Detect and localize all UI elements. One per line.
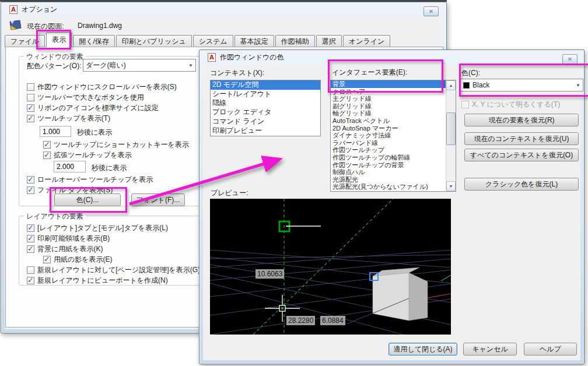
- checkbox-extended-tooltips[interactable]: 拡張ツールチップを表示: [43, 150, 132, 160]
- checkbox-large-toolbar-buttons[interactable]: ツールバーで大きなボタンを使用: [27, 93, 144, 103]
- tooltip-delay-input[interactable]: [40, 126, 71, 137]
- preview-drawing: [210, 199, 451, 335]
- interface-elements-label: インタフェース要素(E):: [332, 68, 407, 78]
- checkbox-icon: [43, 152, 51, 159]
- colors-button[interactable]: 色(C)...: [54, 193, 121, 206]
- checkbox-display-scrollbars[interactable]: 作図ウィンドウにスクロール バーを表示(S): [27, 82, 177, 92]
- list-item[interactable]: 隠線: [211, 98, 320, 108]
- checkbox-rollover-tooltips[interactable]: ロールオーバー ツールチップを表示: [27, 175, 153, 185]
- preview-canvas: 10.6063 28.2280 6.0884: [210, 199, 451, 335]
- interface-list-scrollbar[interactable]: ▲ ▼: [446, 80, 456, 191]
- screenshot-root: A オプション ✕ 現在の図面: Drawing1.dwg ファイル 表示 開く…: [0, 0, 588, 366]
- context-list[interactable]: 2D モデル空間 シート/レイアウト 隠線 ブロック エディタ コマンド ライン…: [210, 80, 321, 136]
- color-select[interactable]: Black ▼: [460, 79, 583, 92]
- checkbox-tint-xy: X, Y について明るくする(T): [461, 100, 560, 110]
- dynamic-dim-tooltip: 10.6063: [256, 269, 284, 279]
- list-item[interactable]: ダイナミック寸法線: [331, 132, 446, 139]
- checkbox-tooltip-shortcut-keys[interactable]: ツールチップにショートカットキーを表示: [43, 140, 189, 150]
- list-item[interactable]: コマンド ライン: [211, 117, 320, 126]
- list-item[interactable]: 作図ツールチップ: [331, 146, 446, 154]
- restore-classic-colors-button[interactable]: クラシック色を復元(L): [464, 178, 579, 191]
- fonts-button[interactable]: フォント(F)...: [131, 193, 185, 206]
- autocad-logo-icon: A: [208, 53, 216, 62]
- checkbox-layout-model-tabs[interactable]: [レイアウト]タブと[モデル]タブを表示(L): [27, 223, 168, 233]
- tab-selection[interactable]: 選択: [316, 35, 342, 47]
- list-item[interactable]: 主グリッド線: [331, 95, 446, 103]
- scroll-up-icon[interactable]: ▲: [446, 80, 456, 90]
- tab-plot-publish[interactable]: 印刷とパブリッシュ: [116, 35, 192, 47]
- tab-system[interactable]: システム: [193, 35, 233, 47]
- checkbox-show-tooltips[interactable]: ツールチップを表示(T): [27, 114, 110, 124]
- list-item[interactable]: 作図ツールチップの輪郭線: [331, 154, 446, 161]
- help-button[interactable]: ヘルプ: [524, 343, 577, 356]
- grid-axis-diagonal-green: [253, 199, 396, 335]
- close-icon[interactable]: ✕: [562, 54, 578, 64]
- list-item[interactable]: 光源配光(見つからないファイル): [331, 183, 446, 191]
- tab-file[interactable]: ファイル: [5, 35, 45, 47]
- interface-elements-list[interactable]: 背景 クロスヘア 主グリッド線 副グリッド線 軸グリッド線 AutoTrack …: [330, 80, 456, 192]
- list-item[interactable]: 光源配光: [331, 176, 446, 184]
- checkbox-icon: [27, 176, 34, 184]
- tab-online[interactable]: オンライン: [343, 35, 390, 47]
- layout-elements-group-title: レイアウトの要素: [24, 212, 86, 221]
- list-item[interactable]: 作図ツールチップの背景: [331, 161, 446, 169]
- list-item[interactable]: クロスヘア: [331, 88, 446, 96]
- tab-drafting[interactable]: 作図補助: [275, 35, 315, 47]
- color-scheme-label: 配色パターン(O):: [27, 61, 82, 71]
- checkbox-create-viewport[interactable]: 新規レイアウトにビューポートを作成(N): [27, 276, 168, 286]
- list-item[interactable]: 2D モデル空間: [211, 80, 320, 90]
- scrollbar-thumb[interactable]: [446, 112, 456, 145]
- drawing-window-colors-dialog: A 作図ウィンドウの色 ✕ コンテキスト(X): 2D モデル空間 シート/レイ…: [199, 50, 584, 364]
- checkbox-icon: [27, 266, 34, 274]
- tooltip-delay-suffix: 秒後に表示: [77, 128, 112, 138]
- colors-dialog-titlebar[interactable]: A 作図ウィンドウの色: [200, 50, 584, 64]
- list-item[interactable]: ブロック エディタ: [211, 108, 320, 117]
- options-dialog-title: オプション: [22, 5, 57, 15]
- color-scheme-select[interactable]: ダーク(暗い) ▼: [83, 59, 196, 72]
- checkbox-icon: [27, 83, 34, 91]
- current-drawing-value: Drawing1.dwg: [78, 22, 122, 30]
- checkbox-paper-shadow[interactable]: 用紙の影を表示(E): [43, 255, 113, 265]
- extended-tooltip-delay-suffix: 秒後に表示: [92, 163, 127, 173]
- current-drawing-label: 現在の図面:: [27, 22, 64, 31]
- restore-context-button[interactable]: 現在のコンテキストを復元(U): [464, 132, 579, 145]
- list-item[interactable]: 制御点ハル: [331, 168, 446, 176]
- window-elements-group-title: ウィンドウの要素: [24, 52, 86, 62]
- cancel-button[interactable]: キャンセル: [463, 343, 517, 356]
- list-item[interactable]: 2D AutoSnap マーカー: [331, 125, 446, 132]
- close-icon[interactable]: ✕: [424, 6, 439, 16]
- extended-tooltip-delay-input[interactable]: [54, 161, 86, 173]
- preview-label: プレビュー:: [211, 188, 248, 198]
- restore-element-button[interactable]: 現在の要素を復元(R): [464, 114, 579, 126]
- chevron-down-icon: ▼: [576, 83, 580, 88]
- axis-red-line: [428, 294, 451, 298]
- chevron-down-icon: ▼: [188, 63, 193, 68]
- checkbox-printable-area[interactable]: 印刷可能領域を表示(B): [27, 234, 110, 244]
- list-item[interactable]: 印刷プレビュー: [211, 126, 320, 136]
- options-tab-strip: ファイル 表示 開く/保存 印刷とパブリッシュ システム 基本設定 作図補助 選…: [5, 32, 391, 47]
- checkbox-ribbon-icon-size[interactable]: リボンのアイコンを標準サイズに設定: [27, 103, 159, 113]
- scroll-down-icon[interactable]: ▼: [446, 181, 456, 191]
- tab-user-preferences[interactable]: 基本設定: [235, 35, 274, 47]
- list-item[interactable]: 副グリッド線: [331, 103, 446, 110]
- list-item[interactable]: 軸グリッド線: [331, 110, 446, 117]
- checkbox-icon: [27, 115, 34, 122]
- tab-display[interactable]: 表示: [46, 32, 72, 47]
- drawing-file-icon: [9, 20, 22, 30]
- checkbox-icon: [27, 94, 34, 101]
- list-item[interactable]: シート/レイアウト: [211, 90, 320, 99]
- checkbox-paper-background[interactable]: 背景に用紙を表示(K): [27, 244, 103, 254]
- color-swatch: [463, 82, 470, 89]
- apply-close-button[interactable]: 適用して閉じる(A): [388, 343, 457, 356]
- list-item[interactable]: ラバーバンド線: [331, 139, 446, 147]
- dynamic-dim-tooltip: 28.2280: [286, 316, 315, 325]
- tab-open-save[interactable]: 開く/保存: [73, 35, 115, 47]
- checkbox-page-setup-manager[interactable]: 新規レイアウトに対して[ページ設定管理]を表示(G): [27, 265, 200, 275]
- dynamic-dim-tooltip: 6.0884: [320, 316, 345, 325]
- restore-all-contexts-button[interactable]: すべてのコンテキストを復元(O): [464, 149, 579, 161]
- checkbox-icon: [27, 277, 34, 284]
- checkbox-icon: [461, 101, 469, 108]
- list-item[interactable]: AutoTrack ベクトル: [331, 117, 446, 125]
- options-titlebar[interactable]: A オプション: [1, 2, 446, 16]
- list-item[interactable]: 背景: [331, 80, 446, 88]
